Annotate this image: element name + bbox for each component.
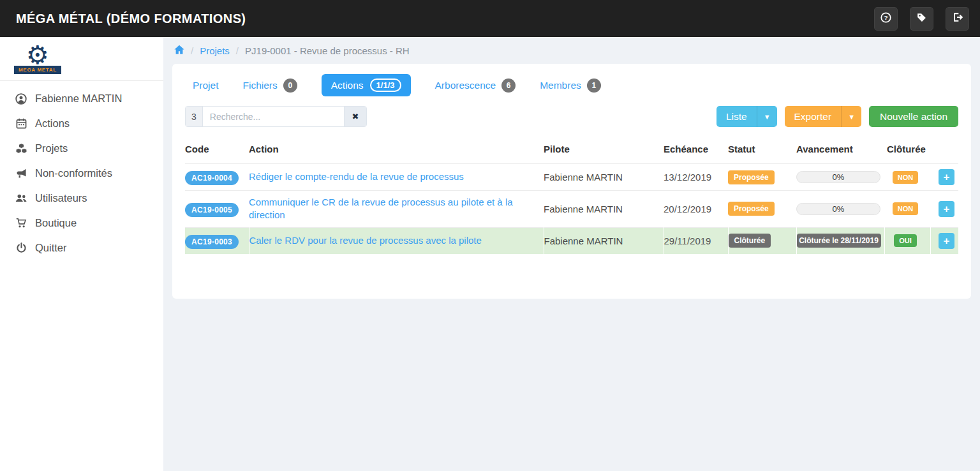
sidebar-item-quitter[interactable]: Quitter	[0, 236, 163, 260]
col-header-pilote: Pilote	[544, 138, 664, 164]
col-header-action: Action	[249, 138, 544, 164]
sidebar-item-actions[interactable]: Actions	[0, 111, 163, 136]
action-link[interactable]: Communiquer le CR de la revue de process…	[249, 197, 513, 220]
sidebar-item-label: Fabienne MARTIN	[35, 93, 122, 105]
company-logo[interactable]: ⚙ MEGA METAL	[14, 42, 61, 74]
sidebar-item-label: Boutique	[35, 217, 77, 229]
svg-text:?: ?	[884, 14, 887, 21]
tab-membres[interactable]: Membres 1	[540, 78, 601, 93]
clear-search-button[interactable]: ✖	[344, 107, 366, 126]
chevron-down-icon[interactable]: ▼	[841, 106, 861, 127]
sidebar-item-projets[interactable]: Projets	[0, 136, 163, 161]
col-header-code: Code	[185, 138, 249, 164]
tab-count-badge: 0	[283, 78, 297, 93]
tab-count-badge: 1/1/3	[370, 78, 401, 92]
tab-label: Arborescence	[435, 80, 496, 91]
sidebar-item-non-conformites[interactable]: Non-conformités	[0, 161, 163, 186]
actions-table: Code Action Pilote Echéance Statut Avanc…	[185, 138, 958, 254]
progress-bar: 0%	[796, 171, 880, 183]
logo-block: ⚙ MEGA METAL	[0, 37, 163, 80]
exporter-dropdown-button[interactable]: Exporter ▼	[785, 106, 861, 127]
breadcrumb-current: PJ19-0001 - Revue de processus - RH	[245, 45, 410, 56]
table-row: AC19-0005 Communiquer le CR de la revue …	[185, 191, 958, 228]
cart-icon	[15, 218, 27, 228]
toolbar-buttons: Liste ▼ Exporter ▼ Nouvelle action	[716, 106, 958, 127]
tab-actions-active[interactable]: Actions 1/1/3	[322, 74, 411, 96]
search-input[interactable]	[203, 107, 344, 126]
expand-row-button[interactable]: +	[939, 201, 954, 217]
sidebar-item-label: Projets	[35, 142, 68, 154]
tab-bar: Projet Fichiers 0 Actions 1/1/3 Arboresc…	[185, 74, 958, 96]
tags-button[interactable]	[910, 7, 933, 31]
echeance-cell: 13/12/2019	[664, 172, 711, 183]
sidebar-item-label: Quitter	[35, 242, 67, 254]
top-navbar: MÉGA MÉTAL (DÉMO FORMATIONS) ?	[0, 0, 980, 37]
table-row-closed-highlighted: AC19-0003 Caler le RDV pour la revue de …	[185, 227, 958, 254]
tab-label: Actions	[331, 80, 364, 91]
pilote-cell: Fabienne MARTIN	[544, 236, 623, 246]
toolbar: 3 ✖ Liste ▼ Exporter ▼	[185, 106, 958, 127]
sidebar-item-utilisateurs[interactable]: Utilisateurs	[0, 186, 163, 211]
sidebar-item-user[interactable]: Fabienne MARTIN	[0, 86, 163, 111]
bullhorn-icon	[15, 168, 27, 179]
col-header-actions	[930, 138, 958, 164]
sidebar: ⚙ MEGA METAL Fabienne MARTIN Actions	[0, 37, 163, 471]
breadcrumb-link-projets[interactable]: Projets	[200, 45, 230, 56]
nouvelle-action-label: Nouvelle action	[880, 111, 947, 123]
logout-button[interactable]	[946, 7, 969, 31]
search-group: 3 ✖	[185, 106, 367, 127]
action-link[interactable]: Rédiger le compte-rendu de la revue de p…	[249, 171, 464, 182]
help-button[interactable]: ?	[874, 7, 898, 31]
col-header-cloturee: Clôturée	[884, 138, 930, 164]
app-title: MÉGA MÉTAL (DÉMO FORMATIONS)	[16, 11, 246, 26]
exporter-label: Exporter	[785, 111, 842, 123]
user-circle-icon	[15, 93, 27, 105]
tab-label: Membres	[540, 80, 581, 91]
status-badge: Clôturée	[729, 234, 771, 248]
status-badge: Proposée	[728, 170, 775, 184]
echeance-cell: 29/11/2019	[664, 236, 711, 246]
plus-icon: +	[944, 204, 950, 214]
result-count-badge: 3	[186, 107, 203, 126]
tab-arborescence[interactable]: Arborescence 6	[435, 78, 516, 93]
tab-projet[interactable]: Projet	[193, 80, 219, 91]
gear-logo-icon: ⚙	[26, 42, 49, 68]
chevron-down-icon[interactable]: ▼	[757, 106, 777, 127]
code-badge[interactable]: AC19-0003	[185, 235, 239, 249]
col-header-echeance: Echéance	[664, 138, 728, 164]
tab-label: Fichiers	[243, 80, 278, 91]
expand-row-button[interactable]: +	[939, 233, 954, 249]
help-icon: ?	[880, 11, 892, 26]
action-link[interactable]: Caler le RDV pour la revue de processus …	[249, 235, 482, 246]
liste-label: Liste	[716, 111, 757, 123]
tab-fichiers[interactable]: Fichiers 0	[243, 78, 297, 93]
navbar-actions: ?	[874, 7, 969, 31]
sidebar-menu: Fabienne MARTIN Actions Projets Non-conf…	[0, 81, 163, 265]
home-icon[interactable]	[174, 45, 184, 57]
status-badge: Proposée	[728, 202, 775, 216]
users-icon	[15, 193, 27, 204]
col-header-statut: Statut	[728, 138, 796, 164]
code-badge[interactable]: AC19-0004	[185, 171, 239, 185]
table-row: AC19-0004 Rédiger le compte-rendu de la …	[185, 164, 958, 191]
expand-row-button[interactable]: +	[939, 169, 954, 185]
cloturee-badge: NON	[893, 202, 918, 215]
breadcrumb-separator: /	[191, 45, 193, 56]
cloturee-badge: OUI	[894, 234, 917, 247]
liste-dropdown-button[interactable]: Liste ▼	[716, 106, 777, 127]
code-badge[interactable]: AC19-0005	[185, 203, 239, 217]
nouvelle-action-button[interactable]: Nouvelle action	[869, 106, 958, 127]
tab-count-badge: 1	[587, 78, 601, 93]
clear-icon: ✖	[352, 112, 359, 121]
calendar-icon	[15, 118, 27, 129]
echeance-cell: 20/12/2019	[664, 204, 711, 214]
logo-text: MEGA METAL	[14, 66, 61, 74]
sidebar-item-label: Non-conformités	[35, 167, 112, 179]
sidebar-item-label: Utilisateurs	[35, 192, 87, 204]
tag-icon	[916, 12, 927, 26]
tab-label: Projet	[193, 80, 219, 91]
plus-icon: +	[944, 172, 950, 183]
sidebar-item-boutique[interactable]: Boutique	[0, 211, 163, 236]
tab-count-badge: 6	[501, 78, 516, 93]
cloturee-badge: NON	[893, 171, 918, 184]
